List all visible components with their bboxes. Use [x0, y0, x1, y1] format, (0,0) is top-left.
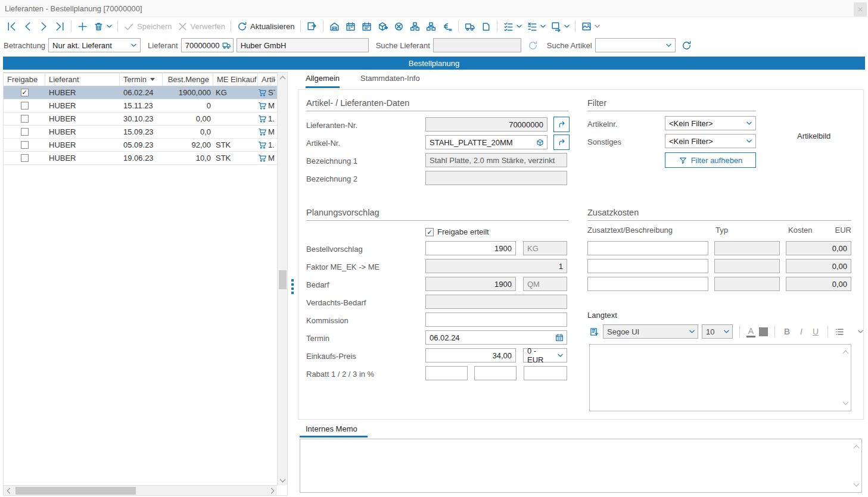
termin-date-input[interactable]: 06.02.24 — [425, 330, 567, 345]
nav-previous-button[interactable] — [20, 19, 36, 34]
freigabe-checkbox[interactable] — [21, 128, 29, 136]
scroll-down-arrow[interactable] — [843, 399, 849, 405]
font-family-select[interactable]: Segoe UI — [603, 324, 698, 339]
highlight-color-icon[interactable] — [759, 327, 768, 336]
bestellvorschlag-input[interactable]: 1900 — [425, 241, 516, 255]
add-button[interactable] — [74, 19, 91, 34]
tab-stammdaten-info[interactable]: Stammdaten-Info — [360, 74, 420, 86]
artikel-nr-input[interactable]: STAHL_PLATTE_20MM — [425, 135, 547, 149]
structure-alt-button[interactable] — [423, 19, 439, 34]
calendar-month-button[interactable] — [359, 19, 375, 34]
bullet-list-icon[interactable] — [835, 327, 845, 337]
delete-button[interactable] — [91, 19, 114, 34]
einkaufs-preis-input[interactable]: 34,00 — [425, 348, 516, 362]
typ-field — [714, 277, 780, 291]
table-row[interactable]: HUBER 15.11.23 0 M — [4, 99, 277, 112]
checklist-button[interactable] — [500, 19, 524, 34]
scroll-up-arrow[interactable] — [278, 73, 288, 83]
freigabe-checkbox[interactable]: ✓ — [21, 89, 29, 96]
scroll-down-arrow[interactable] — [278, 475, 288, 485]
col-header-lieferant[interactable]: Lieferant — [45, 73, 120, 86]
scrollbar-thumb[interactable] — [15, 487, 136, 495]
calendar-week-button[interactable] — [343, 19, 359, 34]
scroll-up-arrow[interactable] — [843, 351, 849, 357]
col-header-freigabe[interactable]: Freigabe — [4, 73, 45, 86]
table-row[interactable]: HUBER 19.06.23 10,0 STK M — [4, 152, 277, 165]
refresh-button[interactable]: Aktualisieren — [234, 19, 297, 34]
filter-sonstiges-select[interactable]: <Kein Filter> — [665, 134, 756, 148]
jump-to-artikel-button[interactable] — [553, 135, 570, 150]
kommission-input[interactable] — [425, 312, 567, 327]
uncheck-list-button[interactable] — [524, 19, 548, 34]
zusatztext-input[interactable] — [587, 241, 708, 255]
nav-first-button[interactable] — [4, 19, 20, 34]
font-size-select[interactable]: 10 — [702, 324, 733, 339]
betrachtung-select[interactable]: Nur akt. Lieferant — [48, 38, 141, 52]
font-color-icon[interactable]: A — [746, 326, 755, 337]
rabatt2-input[interactable] — [474, 366, 517, 380]
truck-order-button[interactable] — [462, 19, 478, 34]
jump-to-lieferant-button[interactable] — [553, 117, 570, 132]
underline-button[interactable]: U — [810, 327, 821, 336]
table-row[interactable]: HUBER 05.09.23 92,00 STK 1. — [4, 139, 277, 152]
bold-button[interactable]: B — [782, 327, 792, 336]
scrollbar-thumb[interactable] — [279, 270, 287, 289]
chevron-down-icon[interactable] — [858, 330, 863, 333]
textmodule-icon[interactable] — [589, 327, 599, 337]
freigabe-checkbox[interactable] — [21, 154, 29, 162]
nav-next-button[interactable] — [36, 19, 52, 34]
table-row[interactable]: HUBER 15.09.23 0,0 M — [4, 126, 277, 139]
refresh-icon[interactable] — [681, 40, 692, 51]
zusatztext-input[interactable] — [587, 277, 708, 291]
report-print-button[interactable] — [578, 19, 602, 34]
scroll-down-arrow[interactable] — [854, 481, 860, 487]
langtext-textarea[interactable] — [589, 344, 851, 411]
panel-splitter[interactable] — [288, 72, 298, 496]
internes-memo-textarea[interactable] — [300, 439, 862, 493]
scroll-right-arrow[interactable] — [267, 486, 277, 496]
scroll-up-arrow[interactable] — [854, 445, 860, 451]
table-row[interactable]: HUBER 30.10.23 0,00 1. — [4, 112, 277, 126]
freigabe-erteilt-checkbox[interactable]: ✓ Freigabe erteilt — [425, 227, 489, 236]
nav-last-button[interactable] — [52, 19, 68, 34]
discard-button[interactable]: Verwerfen — [175, 19, 228, 34]
col-header-termin[interactable]: Termin — [120, 73, 163, 86]
table-vertical-scrollbar[interactable] — [277, 73, 287, 485]
tab-allgemein[interactable]: Allgemein — [306, 74, 340, 88]
save-button[interactable]: Speichern — [121, 19, 175, 34]
zusatztext-input[interactable] — [587, 259, 708, 273]
freigabe-checkbox[interactable] — [21, 141, 29, 149]
price-euro-button[interactable] — [439, 19, 455, 34]
table-horizontal-scrollbar[interactable] — [4, 485, 277, 495]
calendar-icon[interactable] — [555, 333, 564, 342]
lieferant-number-input[interactable]: 70000000 — [181, 38, 234, 52]
close-button[interactable]: ✕ — [854, 2, 867, 17]
disabled-doc-button[interactable] — [478, 19, 494, 34]
freigabe-checkbox[interactable] — [21, 102, 29, 110]
filter-artikelnr-select[interactable]: <Kein Filter> — [665, 116, 756, 130]
cube-icon[interactable] — [536, 138, 545, 147]
tab-internes-memo[interactable]: Internes Memo — [306, 424, 357, 433]
italic-button[interactable]: I — [796, 327, 807, 336]
scroll-left-arrow[interactable] — [4, 486, 14, 496]
suche-artikel-select[interactable] — [595, 38, 676, 52]
table-row[interactable]: ✓ HUBER 06.02.24 1900,000 KG ST — [4, 86, 277, 99]
suche-lieferant-input[interactable] — [433, 38, 521, 52]
rabatt3-input[interactable] — [524, 366, 567, 380]
warehouse-button[interactable] — [326, 19, 343, 34]
export-window-button[interactable] — [548, 19, 572, 34]
rabatt1-input[interactable] — [425, 366, 468, 380]
panel-header: Bestellplanung — [3, 57, 865, 70]
structure-button[interactable] — [407, 19, 423, 34]
filter-aufheben-button[interactable]: Filter aufheben — [665, 152, 756, 168]
waehrung-select[interactable]: 0 - EUR — [523, 348, 567, 362]
article-cube-button[interactable] — [375, 19, 391, 34]
col-header-me-einkauf[interactable]: ME Einkauf — [213, 73, 258, 86]
recalculate-button[interactable] — [391, 19, 407, 34]
col-header-bestmenge[interactable]: Best.Menge — [163, 73, 213, 86]
freigabe-checkbox[interactable] — [21, 115, 29, 123]
copy-window-button[interactable] — [304, 19, 320, 34]
checkbox-icon[interactable]: ✓ — [425, 228, 434, 236]
refresh-icon[interactable] — [527, 40, 539, 51]
col-header-artikel[interactable]: Artik — [258, 73, 275, 86]
